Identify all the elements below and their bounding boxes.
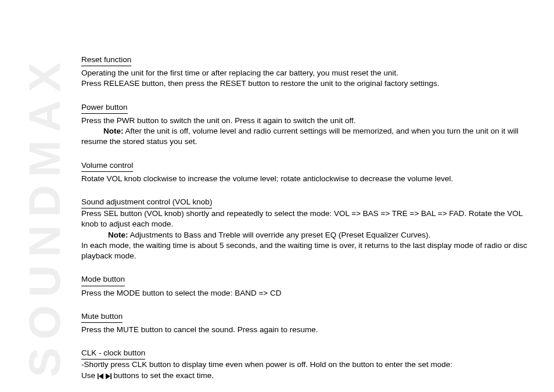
- section-sound: Sound adjustment control (VOL knob) Pres…: [81, 197, 540, 261]
- section-title: Mode button: [81, 274, 125, 286]
- body-text: Press the PWR button to switch the unit …: [81, 116, 540, 126]
- body-text: Press the MODE button to select the mode…: [81, 288, 540, 299]
- section-power: Power button Press the PWR button to swi…: [81, 102, 540, 148]
- section-title: Volume control: [81, 160, 133, 172]
- section-title: CLK - clock button: [81, 348, 145, 359]
- section-clock: CLK - clock button -Shortly press CLK bu…: [81, 348, 540, 381]
- body-text: Press RELEASE button, then press the RES…: [81, 78, 540, 89]
- page: SOUNDMAX Reset function Operating the un…: [0, 0, 554, 392]
- note-text: Adjustments to Bass and Treble will over…: [128, 231, 431, 239]
- body-text: Operating the unit for the first time or…: [81, 68, 540, 78]
- section-title: Mute button: [81, 311, 123, 323]
- section-mute: Mute button Press the MUTE button to can…: [81, 311, 540, 335]
- section-title: Reset function: [81, 55, 131, 66]
- body-text: Use buttons to set the exact time.: [81, 371, 540, 381]
- section-title: Sound adjustment control (VOL knob): [81, 197, 212, 208]
- prev-track-icon: [98, 371, 105, 380]
- content: Reset function Operating the unit for th…: [81, 55, 540, 392]
- note-text: After the unit is off, volume level and …: [81, 127, 519, 146]
- section-title: Power button: [81, 102, 128, 114]
- note-label: Note:: [103, 127, 124, 135]
- body-text: Note: After the unit is off, volume leve…: [81, 126, 540, 147]
- brand-watermark: SOUNDMAX: [19, 48, 70, 384]
- note-label: Note:: [108, 231, 128, 239]
- svg-marker-2: [106, 373, 110, 379]
- section-mode: Mode button Press the MODE button to sel…: [81, 274, 540, 298]
- svg-rect-0: [98, 373, 99, 379]
- body-text: In each mode, the waiting time is about …: [81, 240, 540, 261]
- section-volume: Volume control Rotate VOL knob clockwise…: [81, 160, 540, 184]
- body-text: Press the MUTE button to cancel the soun…: [81, 325, 540, 335]
- body-text: -Shortly press CLK button to display tim…: [81, 359, 540, 370]
- section-reset: Reset function Operating the unit for th…: [81, 55, 540, 89]
- body-text: Note: Adjustments to Bass and Treble wil…: [81, 230, 540, 240]
- body-text: Press SEL button (VOL knob) shortly and …: [81, 208, 540, 229]
- svg-marker-1: [99, 373, 103, 379]
- body-text: Rotate VOL knob clockwise to increase th…: [81, 174, 540, 184]
- next-track-icon: [105, 371, 111, 380]
